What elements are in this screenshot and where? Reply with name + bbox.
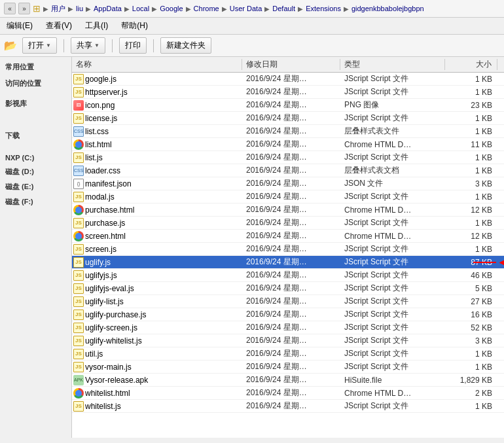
file-type-cell: JScript Script 文件 — [340, 309, 445, 320]
file-size-cell: 5 KB — [445, 284, 497, 293]
file-icon-cell — [72, 387, 85, 399]
file-icon-cell: JS — [72, 283, 85, 294]
breadcrumb-appdata[interactable]: AppData — [94, 5, 122, 12]
menu-help[interactable]: 帮助(H) — [118, 19, 151, 33]
nav-back-button[interactable]: « — [4, 3, 16, 14]
js-icon: JS — [73, 192, 84, 202]
file-size-cell: 12 KB — [445, 232, 497, 241]
menu-edit[interactable]: 编辑(E) — [4, 19, 35, 33]
sidebar-label-d[interactable]: 磁盘 (D:) — [3, 166, 69, 178]
share-button[interactable]: 共享 ▼ — [71, 37, 105, 54]
file-type-cell: JScript Script 文件 — [340, 348, 445, 359]
table-row[interactable]: JS uglify.js 2016/9/24 星期… JScript Scrip… — [72, 256, 504, 269]
table-row[interactable]: JS vysor-main.js 2016/9/24 星期… JScript S… — [72, 361, 504, 374]
table-row[interactable]: JS uglify-list.js 2016/9/24 星期… JScript … — [72, 295, 504, 308]
menu-view[interactable]: 查看(V) — [43, 19, 75, 33]
table-row[interactable]: whitelist.html 2016/9/24 星期… Chrome HTML… — [72, 387, 504, 400]
col-header-date[interactable]: 修改日期 — [242, 59, 340, 70]
sidebar-label-recent[interactable]: 访问的位置 — [3, 77, 69, 90]
breadcrumb-chrome[interactable]: Chrome — [194, 5, 219, 12]
breadcrumb-userdata[interactable]: User Data — [230, 5, 262, 12]
new-folder-button[interactable]: 新建文件夹 — [160, 37, 211, 54]
table-row[interactable]: JS screen.js 2016/9/24 星期… JScript Scrip… — [72, 243, 504, 256]
sidebar-label-c[interactable]: NXP (C:) — [3, 152, 69, 163]
address-bar: « » ⊞ ▶ 用户 ▶ liu ▶ AppData ▶ Local ▶ Goo… — [0, 0, 504, 18]
table-row[interactable]: JS purchase.js 2016/9/24 星期… JScript Scr… — [72, 217, 504, 230]
table-row[interactable]: JS uglify-purchase.js 2016/9/24 星期… JScr… — [72, 308, 504, 321]
file-name-cell: uglify-whitelist.js — [85, 336, 242, 346]
sidebar-label-f[interactable]: 磁盘 (F:) — [3, 196, 69, 208]
table-row[interactable]: JS httpserver.js 2016/9/24 星期… JScript S… — [72, 86, 504, 99]
print-button[interactable]: 打印 — [119, 37, 147, 54]
table-row[interactable]: JS modal.js 2016/9/24 星期… JScript Script… — [72, 190, 504, 204]
table-row[interactable]: JS list.js 2016/9/24 星期… JScript Script … — [72, 151, 504, 164]
open-button[interactable]: 打开 ▼ — [22, 37, 57, 54]
js-icon: JS — [73, 87, 84, 97]
file-date-cell: 2016/9/24 星期… — [242, 296, 340, 307]
js-icon: JS — [73, 244, 84, 255]
table-row[interactable]: JS uglifyjs.js 2016/9/24 星期… JScript Scr… — [72, 269, 504, 282]
file-type-cell: JScript Script 文件 — [340, 257, 445, 268]
file-size-cell: 1 KB — [445, 166, 497, 175]
file-type-cell: JSON 文件 — [340, 178, 445, 189]
chrome-icon — [73, 231, 84, 241]
file-type-cell: JScript Script 文件 — [340, 400, 445, 412]
table-row[interactable]: JS util.js 2016/9/24 星期… JScript Script … — [72, 347, 504, 361]
table-row[interactable]: 🖼 icon.png 2016/9/24 星期… PNG 图像 23 KB — [72, 99, 504, 112]
breadcrumb-liu[interactable]: liu — [76, 5, 83, 12]
file-type-cell: JScript Script 文件 — [340, 243, 445, 255]
table-row[interactable]: JS uglify-screen.js 2016/9/24 星期… JScrip… — [72, 321, 504, 334]
table-row[interactable]: JS whitelist.js 2016/9/24 星期… JScript Sc… — [72, 400, 504, 413]
table-row[interactable]: JS uglify-whitelist.js 2016/9/24 星期… JSc… — [72, 334, 504, 347]
file-name-cell: whitelist.html — [85, 389, 242, 398]
file-size-cell: 16 KB — [445, 310, 497, 319]
table-row[interactable]: JS uglifyjs-eval.js 2016/9/24 星期… JScrip… — [72, 282, 504, 295]
file-icon-cell: JS — [72, 73, 85, 85]
file-size-cell: 1 KB — [445, 75, 497, 84]
breadcrumb-local[interactable]: Local — [132, 5, 149, 12]
col-header-size[interactable]: 大小 — [445, 59, 497, 70]
sidebar-label-downloads[interactable]: 下载 — [3, 130, 69, 142]
file-name-cell: list.css — [85, 127, 242, 136]
file-size-cell: 1 KB — [445, 402, 497, 411]
table-row[interactable]: JS google.js 2016/9/24 星期… JScript Scrip… — [72, 73, 504, 86]
breadcrumb-user[interactable]: 用户 — [51, 4, 65, 14]
file-size-cell: 1 KB — [445, 114, 497, 123]
file-date-cell: 2016/9/24 星期… — [242, 217, 340, 228]
breadcrumb-google[interactable]: Google — [160, 5, 183, 12]
file-type-cell: PNG 图像 — [340, 99, 445, 111]
col-header-name[interactable]: 名称 — [72, 59, 242, 70]
file-icon-cell: JS — [72, 335, 85, 347]
file-type-cell: JScript Script 文件 — [340, 270, 445, 281]
table-row[interactable]: purchase.html 2016/9/24 星期… Chrome HTML … — [72, 204, 504, 217]
sidebar-label-media[interactable]: 影视库 — [3, 97, 69, 110]
table-row[interactable]: CSS list.css 2016/9/24 星期… 层叠样式表文件 1 KB — [72, 125, 504, 138]
file-name-cell: uglify.js — [85, 258, 242, 267]
table-row[interactable]: CSS loader.css 2016/9/24 星期… 层叠样式表文档 1 K… — [72, 164, 504, 177]
table-row[interactable]: APK Vysor-release.apk 2016/9/24 星期… HiSu… — [72, 374, 504, 387]
apk-icon: APK — [73, 375, 84, 385]
file-date-cell: 2016/9/24 星期… — [242, 191, 340, 202]
file-name-cell: Vysor-release.apk — [85, 376, 242, 385]
file-type-cell: JScript Script 文件 — [340, 152, 445, 163]
breadcrumb-default[interactable]: Default — [272, 5, 295, 12]
col-header-type[interactable]: 类型 — [340, 59, 445, 70]
nav-forward-button[interactable]: » — [18, 3, 30, 14]
file-area[interactable]: 名称 修改日期 类型 大小 JS google.js 2016/9/24 星期…… — [72, 57, 504, 438]
file-type-cell: JScript Script 文件 — [340, 217, 445, 228]
table-row[interactable]: {} manifest.json 2016/9/24 星期… JSON 文件 3… — [72, 177, 504, 190]
file-name-cell: uglify-purchase.js — [85, 310, 242, 319]
file-name-cell: uglify-screen.js — [85, 323, 242, 332]
file-icon-cell: JS — [72, 152, 85, 164]
file-date-cell: 2016/9/24 星期… — [242, 139, 340, 150]
table-row[interactable]: screen.html 2016/9/24 星期… Chrome HTML D…… — [72, 230, 504, 243]
sidebar: 常用位置 访问的位置 影视库 下载 NXP (C:) 磁盘 (D:) 磁盘 (E… — [0, 57, 72, 438]
sidebar-label-e[interactable]: 磁盘 (E:) — [3, 181, 69, 193]
table-row[interactable]: JS license.js 2016/9/24 星期… JScript Scri… — [72, 112, 504, 125]
table-row[interactable]: list.html 2016/9/24 星期… Chrome HTML D… 1… — [72, 138, 504, 151]
file-name-cell: list.js — [85, 153, 242, 162]
breadcrumb-extensions[interactable]: Extensions — [306, 5, 341, 12]
menu-tools[interactable]: 工具(I) — [82, 19, 111, 33]
breadcrumb-extid[interactable]: gidgenkbbabolejbgbpn — [351, 5, 424, 12]
file-name-cell: modal.js — [85, 192, 242, 202]
